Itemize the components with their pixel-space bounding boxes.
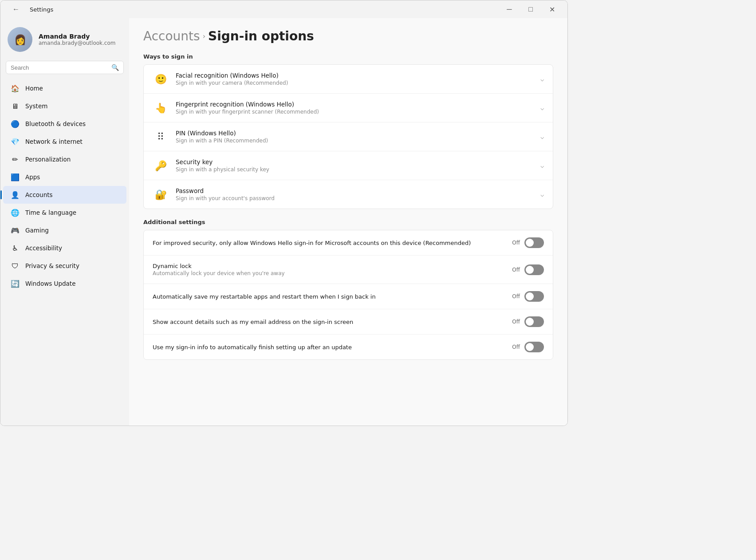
- additional-section-title: Additional settings: [143, 219, 553, 225]
- main-content: Accounts › Sign-in options Ways to sign …: [129, 18, 567, 426]
- app-layout: 👩 Amanda Brady amanda.brady@outlook.com …: [0, 18, 567, 426]
- sidebar-item-update[interactable]: 🔄 Windows Update: [3, 275, 126, 292]
- sign-in-options-list: 🙂 Facial recognition (Windows Hello) Sig…: [143, 64, 553, 209]
- nav-label-personalization: Personalization: [25, 156, 71, 163]
- nav-label-update: Windows Update: [25, 280, 75, 287]
- toggle-status-restartable-apps: Off: [512, 293, 520, 300]
- sidebar-item-bluetooth[interactable]: 🔵 Bluetooth & devices: [3, 115, 126, 133]
- sign-in-sub-pin: Sign in with a PIN (Recommended): [176, 138, 268, 144]
- setting-sign-in-info: Use my sign-in info to automatically fin…: [144, 335, 553, 359]
- avatar-letter: 👩: [14, 34, 26, 45]
- minimize-button[interactable]: ─: [499, 2, 520, 16]
- card-left: 👆 Fingerprint recognition (Windows Hello…: [153, 100, 319, 116]
- sign-in-icon-facial: 🙂: [153, 71, 169, 87]
- breadcrumb: Accounts › Sign-in options: [143, 29, 553, 43]
- minimize-icon: ─: [507, 5, 512, 13]
- sidebar-item-gaming[interactable]: 🎮 Gaming: [3, 221, 126, 239]
- sidebar-item-system[interactable]: 🖥 System: [3, 97, 126, 115]
- close-button[interactable]: ✕: [542, 2, 562, 16]
- sign-in-option-pin[interactable]: ⠿ PIN (Windows Hello) Sign in with a PIN…: [144, 122, 553, 151]
- nav-label-privacy: Privacy & security: [25, 262, 79, 269]
- sidebar-item-time[interactable]: 🌐 Time & language: [3, 204, 126, 221]
- additional-settings-list: For improved security, only allow Window…: [143, 230, 553, 360]
- sidebar-item-privacy[interactable]: 🛡 Privacy & security: [3, 257, 126, 275]
- sign-in-title-facial: Facial recognition (Windows Hello): [176, 72, 288, 79]
- nav-icon-accounts: 👤: [10, 190, 20, 200]
- search-box[interactable]: 🔍: [6, 61, 124, 74]
- maximize-button[interactable]: □: [520, 2, 541, 16]
- app-title: Settings: [30, 6, 53, 13]
- close-icon: ✕: [549, 5, 555, 14]
- sign-in-icon-security-key: 🔑: [153, 158, 169, 174]
- sign-in-title-password: Password: [176, 187, 275, 194]
- chevron-icon: ⌵: [540, 162, 544, 169]
- setting-account-details: Show account details such as my email ad…: [144, 309, 553, 335]
- sign-in-sub-facial: Sign in with your camera (Recommended): [176, 80, 288, 86]
- nav-label-bluetooth: Bluetooth & devices: [25, 120, 86, 127]
- page-title: Sign-in options: [208, 29, 314, 43]
- nav-label-accessibility: Accessibility: [25, 245, 62, 252]
- sign-in-option-password[interactable]: 🔐 Password Sign in with your account's p…: [144, 180, 553, 209]
- toggle-account-details[interactable]: [524, 316, 544, 327]
- sign-in-option-security-key[interactable]: 🔑 Security key Sign in with a physical s…: [144, 151, 553, 180]
- toggle-dynamic-lock[interactable]: [524, 264, 544, 275]
- nav-icon-bluetooth: 🔵: [10, 119, 20, 129]
- sign-in-title-pin: PIN (Windows Hello): [176, 130, 268, 137]
- chevron-icon: ⌵: [540, 75, 544, 83]
- user-profile: 👩 Amanda Brady amanda.brady@outlook.com: [0, 24, 129, 61]
- setting-label-dynamic-lock: Dynamic lock Automatically lock your dev…: [153, 263, 512, 276]
- sign-in-option-fingerprint[interactable]: 👆 Fingerprint recognition (Windows Hello…: [144, 94, 553, 122]
- sign-in-title-security-key: Security key: [176, 158, 269, 166]
- nav-label-time: Time & language: [25, 209, 76, 216]
- ways-section-title: Ways to sign in: [143, 53, 553, 60]
- sign-in-icon-fingerprint: 👆: [153, 100, 169, 116]
- toggle-status-windows-hello-only: Off: [512, 240, 520, 246]
- setting-restartable-apps: Automatically save my restartable apps a…: [144, 284, 553, 309]
- card-left: 🔑 Security key Sign in with a physical s…: [153, 158, 269, 174]
- sidebar-item-accessibility[interactable]: ♿ Accessibility: [3, 239, 126, 257]
- nav-list: 🏠 Home 🖥 System 🔵 Bluetooth & devices 💎 …: [0, 79, 129, 292]
- sidebar-item-home[interactable]: 🏠 Home: [3, 79, 126, 97]
- user-name: Amanda Brady: [39, 33, 115, 40]
- setting-label-windows-hello-only: For improved security, only allow Window…: [153, 240, 512, 246]
- sidebar-item-apps[interactable]: 🟦 Apps: [3, 168, 126, 186]
- nav-icon-update: 🔄: [10, 279, 20, 288]
- sidebar-item-accounts[interactable]: 👤 Accounts: [3, 186, 126, 204]
- sidebar-item-network[interactable]: 💎 Network & internet: [3, 133, 126, 150]
- nav-label-accounts: Accounts: [25, 191, 53, 198]
- chevron-icon: ⌵: [540, 191, 544, 198]
- nav-icon-personalization: ✏️: [10, 154, 20, 164]
- nav-label-gaming: Gaming: [25, 227, 49, 234]
- sign-in-title-fingerprint: Fingerprint recognition (Windows Hello): [176, 101, 319, 108]
- nav-icon-system: 🖥: [10, 101, 20, 111]
- nav-label-network: Network & internet: [25, 138, 83, 145]
- toggle-restartable-apps[interactable]: [524, 291, 544, 302]
- setting-label-sign-in-info: Use my sign-in info to automatically fin…: [153, 344, 512, 351]
- card-left: 🙂 Facial recognition (Windows Hello) Sig…: [153, 71, 288, 87]
- sidebar-item-personalization[interactable]: ✏️ Personalization: [3, 150, 126, 168]
- card-left: 🔐 Password Sign in with your account's p…: [153, 186, 275, 202]
- toggle-sign-in-info[interactable]: [524, 342, 544, 352]
- nav-icon-accessibility: ♿: [10, 243, 20, 253]
- breadcrumb-separator: ›: [203, 32, 205, 40]
- nav-icon-privacy: 🛡: [10, 261, 20, 271]
- sign-in-sub-fingerprint: Sign in with your fingerprint scanner (R…: [176, 109, 319, 115]
- sign-in-sub-security-key: Sign in with a physical security key: [176, 166, 269, 173]
- setting-sub-dynamic-lock: Automatically lock your device when you'…: [153, 270, 503, 276]
- sign-in-icon-password: 🔐: [153, 186, 169, 202]
- nav-icon-gaming: 🎮: [10, 225, 20, 235]
- nav-icon-time: 🌐: [10, 208, 20, 217]
- avatar: 👩: [8, 27, 32, 52]
- nav-label-system: System: [25, 103, 47, 110]
- card-left: ⠿ PIN (Windows Hello) Sign in with a PIN…: [153, 129, 268, 145]
- chevron-icon: ⌵: [540, 133, 544, 140]
- sign-in-option-facial[interactable]: 🙂 Facial recognition (Windows Hello) Sig…: [144, 65, 553, 94]
- user-email: amanda.brady@outlook.com: [39, 40, 115, 46]
- nav-label-apps: Apps: [25, 174, 40, 181]
- window-controls: ─ □ ✕: [499, 2, 562, 16]
- sign-in-sub-password: Sign in with your account's password: [176, 195, 275, 201]
- toggle-windows-hello-only[interactable]: [524, 237, 544, 248]
- search-input[interactable]: [11, 64, 108, 71]
- back-button[interactable]: ←: [6, 2, 26, 16]
- sign-in-icon-pin: ⠿: [153, 129, 169, 145]
